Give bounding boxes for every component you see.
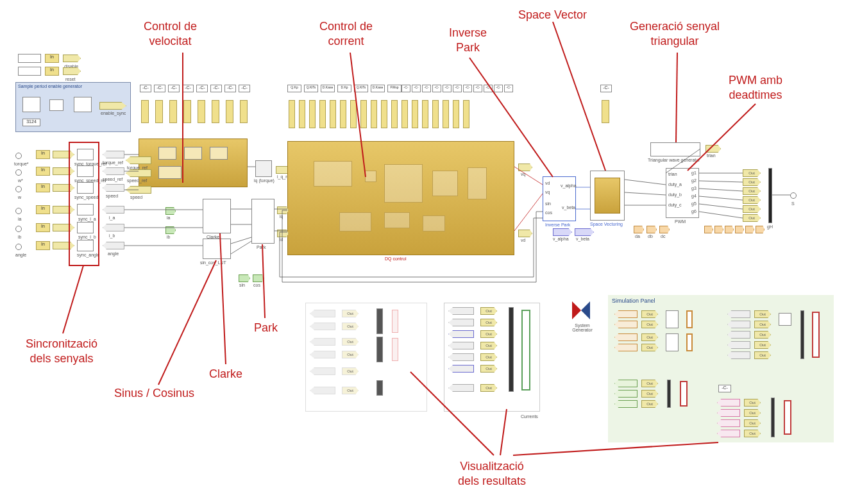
annot-sinus-cosinus: Sinus / Cosinus (114, 386, 194, 401)
iq-torque-label: iq (torque) (254, 178, 274, 183)
in-block: In (36, 241, 50, 250)
ib-label: ib (167, 235, 170, 239)
triangular-wave-generator[interactable] (650, 142, 700, 156)
conv (183, 100, 191, 123)
out-block: Out (743, 205, 761, 213)
pwm-out-g1: g1 (691, 171, 697, 175)
out-tag: Out (480, 365, 497, 373)
ip-in-vd: vd (545, 181, 550, 185)
conv (198, 100, 205, 123)
annot-park: Park (254, 321, 278, 335)
out: Out (744, 399, 761, 407)
park-block[interactable] (251, 199, 274, 244)
port-in-1 (15, 153, 22, 159)
tag-disable (63, 55, 81, 62)
speed-control-subsystem[interactable] (139, 139, 248, 187)
scope (686, 333, 693, 351)
inner-block (210, 147, 228, 160)
conv (401, 100, 408, 128)
sync-block (77, 240, 94, 251)
space-vector-block[interactable] (590, 171, 625, 221)
from (717, 409, 740, 417)
sync-label: sync_angle (77, 253, 99, 257)
port-out-S (790, 192, 797, 199)
mux (509, 307, 514, 392)
scope (392, 310, 398, 333)
tag-speed-ref-a (53, 167, 74, 175)
svg-line-26 (699, 204, 743, 209)
goto-ia (165, 207, 176, 215)
sync-block (77, 204, 94, 215)
conv (212, 100, 219, 123)
const: D.Kp (337, 85, 351, 92)
scope (680, 381, 688, 407)
tag-speed (53, 184, 74, 192)
sample-gen-title: Sample period enable generator (18, 84, 82, 88)
vd-label: vd (521, 238, 525, 242)
in-block: In (36, 167, 50, 176)
from-tag (310, 323, 335, 330)
from-tag (310, 387, 335, 394)
dc-label: dc (661, 234, 665, 239)
const-3124: 3124 (22, 119, 40, 126)
conv (350, 100, 357, 128)
from (727, 310, 750, 318)
tag-angle (53, 242, 74, 249)
out-tag: Out (342, 387, 359, 394)
sync-label: sync_i_b (78, 235, 96, 239)
svg-line-24 (699, 189, 743, 191)
port-label-w2: w (18, 195, 21, 199)
tag-g3 (725, 226, 734, 233)
annot-space-vector: Space Vector (518, 8, 587, 22)
from (727, 341, 750, 349)
out: Out (754, 351, 771, 359)
out: Out (754, 331, 771, 339)
ip-out-valpha: v_alpha (561, 183, 577, 188)
from-tag-ib (103, 224, 124, 231)
const: -C- (224, 85, 236, 92)
mux (771, 398, 775, 437)
const: -C- (239, 85, 250, 92)
out: Out (641, 380, 658, 387)
pwm-out-g3: g3 (691, 186, 697, 190)
sysgen-label: SystemGenerator (570, 323, 595, 332)
inner (468, 167, 487, 199)
tag-enable-sync (99, 102, 126, 110)
out-block: Out (743, 214, 761, 222)
tag-db (646, 226, 657, 233)
inner (384, 212, 410, 228)
ip-out-vbeta: v_beta (562, 205, 575, 210)
const: -C- (484, 85, 493, 92)
vq-label: vq (521, 172, 525, 176)
step-block (18, 54, 41, 63)
from (717, 430, 740, 437)
pwm-in-trian: trian (668, 172, 677, 176)
dq-control-subsystem[interactable] (287, 141, 514, 255)
annot-clarke: Clarke (209, 367, 242, 382)
out-label: i_b (109, 233, 115, 238)
out: Out (641, 390, 658, 398)
const: -C- (463, 85, 472, 92)
const: D.Kase (321, 85, 335, 92)
trian-label: trian (707, 153, 716, 158)
conv (453, 100, 459, 128)
out: Out (641, 310, 658, 318)
inner-block (158, 147, 176, 160)
inner (314, 161, 352, 187)
from-tag (310, 367, 335, 375)
from-tag (448, 353, 474, 361)
clarke-block[interactable] (203, 199, 231, 233)
const-qkp: Q.Kp (287, 85, 301, 92)
sync-block (77, 182, 94, 194)
sin-label: sin (239, 283, 245, 287)
const: -C- (504, 85, 513, 92)
from (727, 331, 750, 339)
annot-pwm-deadtimes: PWM ambdeadtimes (729, 73, 782, 102)
const: -C- (210, 85, 222, 92)
const: D.Kase (371, 85, 385, 92)
iq-torque-block[interactable] (255, 160, 272, 177)
tag-g5 (745, 226, 754, 233)
pwm-in-da: duty_a (668, 182, 682, 187)
sincos-block[interactable] (203, 239, 231, 259)
inner (432, 171, 458, 196)
